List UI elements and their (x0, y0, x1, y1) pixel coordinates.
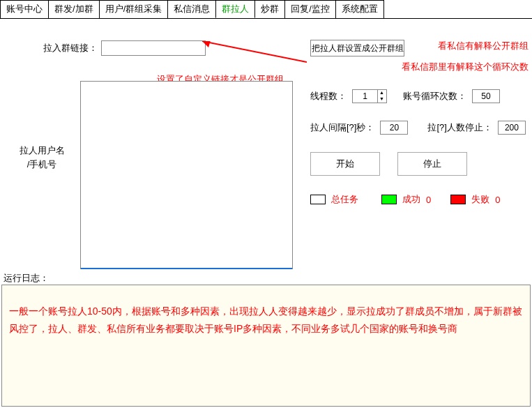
stop-count-label: 拉[?]人数停止： (427, 121, 492, 134)
interval-input[interactable] (380, 121, 408, 135)
log-area: 一般一个账号拉人10-50内，根据账号和多种因素，出现拉人人变得越来越少，显示拉… (1, 285, 531, 407)
success-label: 成功 (402, 193, 420, 206)
user-phone-label: 拉人用户名 /手机号 (3, 81, 80, 269)
tab-group-pull[interactable]: 群拉人 (215, 0, 255, 18)
loop-label: 账号循环次数： (403, 90, 466, 103)
total-color-icon (310, 195, 326, 204)
tab-reply-monitor[interactable]: 回复/监控 (284, 0, 336, 18)
annotation-arrow-icon (202, 41, 307, 69)
threads-label: 线程数： (310, 90, 347, 103)
tab-system-config[interactable]: 系统配置 (335, 0, 384, 18)
tab-private-msg[interactable]: 私信消息 (167, 0, 216, 18)
user-label-line2: /手机号 (3, 158, 80, 172)
group-link-label: 拉入群链接： (3, 42, 101, 54)
spinner-down-icon[interactable]: ▼ (378, 96, 386, 103)
log-text: 一般一个账号拉人10-50内，根据账号和多种因素，出现拉人人变得越来越少，显示拉… (9, 303, 523, 338)
fail-count: 0 (495, 195, 500, 205)
set-public-group-button[interactable]: 把拉人群设置成公开群组 (310, 40, 404, 56)
note-public-group: 看私信有解释公开群组 (438, 40, 529, 52)
loop-input[interactable] (472, 89, 500, 103)
tab-user-collect[interactable]: 用户/群组采集 (99, 0, 169, 18)
start-button[interactable]: 开始 (310, 152, 380, 176)
stop-button[interactable]: 停止 (397, 152, 467, 176)
success-color-icon (381, 195, 397, 204)
tab-bar: 账号中心 群发/加群 用户/群组采集 私信消息 群拉人 炒群 回复/监控 系统配… (0, 0, 532, 19)
fail-label: 失败 (471, 193, 489, 206)
user-list-textarea[interactable] (80, 81, 293, 269)
threads-input[interactable] (353, 90, 377, 103)
log-label: 运行日志： (3, 272, 49, 285)
fail-color-icon (450, 195, 466, 204)
interval-label: 拉人间隔[?]秒： (310, 121, 374, 134)
total-label: 总任务 (331, 193, 358, 206)
stop-count-input[interactable] (498, 121, 526, 135)
threads-spinner[interactable]: ▲▼ (352, 89, 387, 103)
tab-account-center[interactable]: 账号中心 (0, 0, 49, 18)
tab-chao-qun[interactable]: 炒群 (254, 0, 285, 18)
tab-mass-send[interactable]: 群发/加群 (48, 0, 100, 18)
user-label-line1: 拉人用户名 (3, 144, 80, 158)
spinner-up-icon[interactable]: ▲ (378, 90, 386, 96)
note-loop-count: 看私信那里有解释这个循环次数 (402, 61, 529, 73)
group-link-input[interactable] (101, 40, 206, 56)
success-count: 0 (426, 195, 431, 205)
